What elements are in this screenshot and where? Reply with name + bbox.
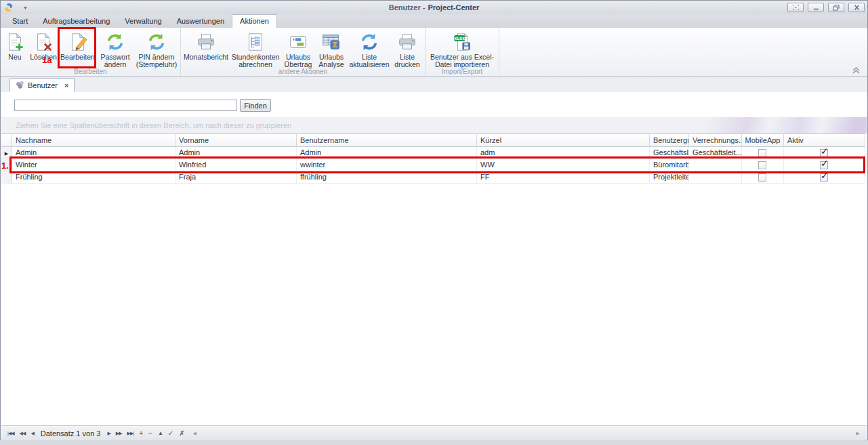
gantt-icon	[288, 31, 308, 53]
neu-button[interactable]: Neu	[2, 30, 28, 69]
ribbon-tab-bar: Start Auftragsbearbeitung Verwaltung Aus…	[1, 14, 867, 28]
passwort-aendern-button[interactable]: Passwort ändern	[96, 30, 134, 69]
nav-append-button[interactable]: +	[136, 427, 146, 439]
column-header-aktiv[interactable]: Aktiv	[784, 133, 865, 147]
column-header-benutzername[interactable]: Benutzername	[297, 133, 477, 147]
cell-benutzername: wwinter	[297, 159, 477, 171]
ribbon: Neu Löschen	[1, 28, 867, 77]
ribbon-button-label: Bearbeiten	[60, 54, 95, 61]
cell-aktiv: ✓	[784, 171, 865, 184]
urlaubs-uebertrag-button[interactable]: Urlaubs Übertrag	[281, 30, 315, 69]
benutzer-tab-icon	[16, 81, 24, 89]
nav-end-edit-button[interactable]: ✓	[165, 427, 176, 439]
liste-drucken-button[interactable]: Liste drucken	[391, 30, 423, 69]
group-by-hint: Ziehen Sie eine Spaltenüberschrift in di…	[16, 121, 291, 129]
fullscreen-button[interactable]	[787, 3, 804, 12]
pin-aendern-button[interactable]: PIN ändern (Stempeluhr)	[134, 30, 179, 69]
nav-edit-button[interactable]: ▲	[155, 428, 165, 438]
cell-benutzername: ffrühling	[297, 171, 477, 184]
refresh-blue-icon	[359, 31, 379, 53]
bearbeiten-button[interactable]: Bearbeiten	[59, 30, 96, 69]
ribbon-button-label: Monatsbericht	[184, 54, 228, 61]
mobileapp-checkbox[interactable]	[758, 161, 767, 169]
nav-next-page-button[interactable]: ▶▶	[113, 429, 125, 438]
monatsbericht-button[interactable]: Monatsbericht	[182, 30, 230, 69]
ribbon-tab-start[interactable]: Start	[5, 15, 35, 28]
ribbon-tab-auftragsbearbeitung[interactable]: Auftragsbearbeitung	[35, 15, 117, 28]
hscroll-left-arrow-icon[interactable]: ◀	[193, 431, 197, 436]
refresh-green-icon	[146, 31, 167, 53]
hscroll-right-arrow-icon[interactable]: ▶	[856, 431, 860, 436]
nav-next-record-button[interactable]: ▶	[104, 429, 112, 438]
cell-mobileapp	[742, 171, 784, 184]
cell-nachname: Frühling	[12, 171, 175, 184]
aktiv-checkbox[interactable]: ✓	[820, 173, 829, 182]
status-bar: |◀◀ ◀◀ ◀ Datensatz 1 von 3 ▶ ▶▶ ▶▶| + − …	[1, 425, 867, 440]
ribbon-tab-verwaltung[interactable]: Verwaltung	[117, 15, 169, 28]
nav-prev-page-button[interactable]: ◀◀	[17, 429, 28, 438]
svg-text:XLSX: XLSX	[454, 37, 466, 41]
cell-aktiv: ✓	[784, 147, 865, 159]
cell-mobileapp	[742, 147, 784, 159]
new-document-icon	[5, 31, 25, 53]
nav-first-record-button[interactable]: |◀◀	[5, 429, 17, 438]
row-indicator	[1, 171, 12, 184]
annotation-label-1: 1.	[1, 161, 9, 171]
minimize-icon	[813, 5, 819, 10]
aktiv-checkbox[interactable]: ✓	[820, 148, 829, 157]
annotation-label-1a: 1a	[42, 55, 51, 65]
edit-document-icon	[68, 31, 88, 53]
mobileapp-checkbox[interactable]	[758, 148, 767, 157]
cell-kuerzel: adm	[477, 147, 650, 159]
liste-aktualisieren-button[interactable]: Liste aktualisieren	[348, 30, 391, 69]
column-header-nachname[interactable]: Nachname	[12, 133, 175, 147]
group-by-panel[interactable]: Ziehen Sie eine Spaltenüberschrift in di…	[1, 117, 867, 133]
nav-cancel-edit-button[interactable]: ✗	[176, 427, 187, 439]
ribbon-tab-aktionen[interactable]: Aktionen	[232, 14, 277, 28]
ribbon-button-label: Urlaubs Analyse	[315, 54, 348, 68]
minimize-button[interactable]	[808, 3, 824, 12]
benutzer-excel-import-button[interactable]: XLSX Benutzer aus Excel-Datei importiere…	[427, 30, 497, 69]
column-header-kuerzel[interactable]: Kürzel	[477, 133, 650, 147]
nav-last-record-button[interactable]: ▶▶|	[125, 429, 137, 438]
search-input[interactable]	[14, 100, 237, 111]
table-row-fruehling[interactable]: Frühling Fraja ffrühling FF Projektleite…	[1, 171, 866, 184]
restore-button[interactable]	[828, 3, 844, 12]
cell-aktiv: ✓	[784, 159, 865, 171]
column-header-vorname[interactable]: Vorname	[175, 133, 297, 147]
cell-nachname: Admin	[12, 147, 175, 159]
aktiv-checkbox[interactable]: ✓	[820, 161, 829, 169]
mobileapp-checkbox[interactable]	[758, 173, 767, 182]
ribbon-tab-auswertungen[interactable]: Auswertungen	[169, 15, 232, 28]
tab-benutzer[interactable]: Benutzer ×	[9, 78, 75, 91]
cell-mobileapp	[742, 159, 784, 171]
column-header-mobileapp[interactable]: MobileApp	[742, 133, 784, 147]
row-indicator: ▶	[1, 147, 12, 159]
nav-prev-record-button[interactable]: ◀	[28, 429, 36, 438]
urlaubs-analyse-button[interactable]: Σ Urlaubs Analyse	[315, 30, 348, 69]
tab-benutzer-label: Benutzer	[28, 81, 58, 89]
record-position-text: Datensatz 1 von 3	[41, 429, 101, 438]
focused-row-arrow-icon: ▶	[5, 151, 8, 156]
table-row-winter[interactable]: Winter Winfried wwinter WW Büromitarbeit…	[1, 159, 866, 171]
title-bar: ▼ Benutzer -Project-Center	[1, 1, 867, 14]
window-title: Benutzer -Project-Center	[1, 3, 867, 12]
close-button[interactable]	[848, 3, 865, 12]
restore-icon	[833, 5, 840, 11]
ribbon-button-label: Urlaubs Übertrag	[281, 54, 315, 68]
column-header-verrechnungsgruppe[interactable]: Verrechnungs...	[689, 133, 742, 147]
column-header-benutzergruppe[interactable]: Benutzergrup...	[650, 133, 689, 147]
cell-nachname: Winter	[12, 159, 175, 171]
table-row-admin[interactable]: ▶ Admin Admin Admin adm Geschäftsleit...…	[1, 147, 866, 159]
stundenkonten-abrechnen-button[interactable]: Stundenkonten abrechnen	[230, 30, 281, 69]
row-indicator-header	[1, 133, 12, 147]
tab-close-icon[interactable]: ×	[64, 81, 68, 89]
finden-button[interactable]: Finden	[240, 99, 271, 112]
check-icon: ✓	[821, 147, 829, 156]
ribbon-group-caption: Bearbeiten	[1, 68, 180, 75]
collapse-ribbon-chevron-icon[interactable]	[852, 66, 861, 74]
window-controls	[787, 3, 865, 12]
ribbon-button-label: Liste drucken	[391, 54, 423, 68]
ribbon-button-label: Passwort ändern	[96, 54, 134, 68]
nav-delete-button[interactable]: −	[146, 427, 155, 439]
